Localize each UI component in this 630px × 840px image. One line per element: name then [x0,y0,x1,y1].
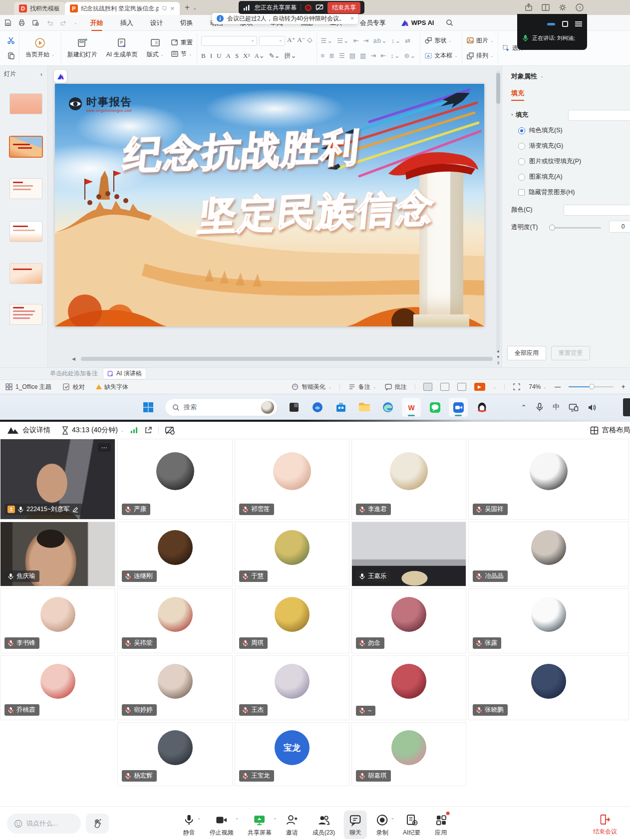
menu-tab[interactable]: 会员专享 [360,18,386,27]
restore-window-icon[interactable] [562,21,568,27]
tab-close-icon[interactable]: ✕ [170,5,175,12]
tencent-meeting-app-icon[interactable] [448,397,468,417]
new-tab-button[interactable]: + [185,2,190,12]
picture-button[interactable]: 图片⌄ [466,36,494,45]
format-button[interactable]: X² [243,52,250,60]
network-quality-icon[interactable] [130,427,138,434]
fit-slide-icon[interactable] [513,383,521,391]
participant-tile[interactable]: 杨宏辉 [117,722,233,786]
shape-button[interactable]: 形状⌄ [424,36,458,45]
rename-pencil-icon[interactable] [72,507,78,513]
participant-tile[interactable]: 张露 [468,588,629,653]
slide-thumbnail[interactable] [10,304,42,324]
record-toolbar-button[interactable]: ⌃录制 [371,811,394,839]
menu-tab[interactable]: 开始 [90,18,103,27]
play-from-current-button[interactable]: 当页开始⌄ [23,37,57,59]
participant-tile[interactable]: 李书锋 [0,588,115,653]
tile-more-button[interactable]: ⋯ [98,443,111,452]
participant-tile[interactable]: 王杰 [235,655,349,720]
textbox-button[interactable]: A文本框⌄ [424,51,458,60]
reading-view-button[interactable] [457,383,466,391]
gear-icon[interactable] [558,3,567,12]
end-meeting-button[interactable]: 结束会议 [593,814,617,836]
qq-app-icon[interactable] [472,397,492,417]
start-button[interactable] [138,397,158,417]
format-extra-icon[interactable]: A⌄ [254,52,264,60]
slide-nav-buttons[interactable]: ▲▼⇕ [496,349,501,365]
taskview-app-icon[interactable] [284,397,304,417]
menu-tab[interactable]: 设计 [150,18,163,27]
decrease-font-icon[interactable]: A⁻ [297,36,305,46]
smart-beautify-button[interactable]: 智能美化⌄ [291,383,331,391]
panel-title-row[interactable]: 对象属性⌄ [511,72,630,81]
wps-app-icon[interactable]: W [401,397,421,417]
fill-option-radio[interactable]: 渐变填充(G) [518,142,630,150]
zoom-level[interactable]: 74%⌄ [529,383,547,390]
layout-switch-button[interactable]: 宫格布局 [590,426,630,435]
notes-toggle-button[interactable]: 备注⌄ [348,383,376,391]
list-indent-icons[interactable]: ☰⌄☱⌄⇤⇥ab⌄↕⌄⇄ [321,37,416,44]
chevron-up-icon[interactable]: ⌃ [235,818,239,823]
layout-icon[interactable] [541,3,550,12]
undo-icon[interactable] [46,19,53,26]
transparency-slider[interactable] [550,227,601,229]
apps-toolbar-button[interactable]: 应用 [429,811,452,839]
edge-app-icon[interactable] [378,397,398,417]
quick-chat-input[interactable]: 说点什么... [7,814,81,834]
participant-tile[interactable]: 乔桃霞 [0,655,115,720]
font-size-select[interactable] [259,36,285,46]
wps-ai-float-button[interactable] [54,70,67,83]
layout-button[interactable]: 版式⌄ [144,37,166,59]
minimize-icon[interactable] [547,23,555,25]
scroll-left-icon[interactable]: ◀ [72,356,75,361]
chat-toolbar-button[interactable]: 聊天 [344,811,367,839]
format-button[interactable]: I [210,52,212,60]
members-toolbar-button[interactable]: 成员(23) [308,811,340,839]
format-button[interactable]: A [226,52,230,60]
file-explorer-app-icon[interactable] [354,397,374,417]
slide-thumbnail[interactable] [10,94,42,114]
participant-tile[interactable]: ~ [351,655,466,720]
apply-all-button[interactable]: 全部应用 [507,346,546,360]
wechat-app-icon[interactable] [425,397,445,417]
menu-tab[interactable]: 插入 [120,18,133,27]
volume-icon[interactable] [588,403,597,412]
share-icon[interactable] [524,3,533,12]
theme-status[interactable]: 1_Office 主题 [5,383,51,391]
ai-script-button[interactable]: AI 演讲稿 [103,368,146,379]
taskbar-search[interactable]: 搜索 [165,398,278,416]
ime-indicator[interactable]: 中 [553,403,560,412]
slide-canvas[interactable]: 时事报告 www.xingshizhengce.com 纪念抗战胜利 坚定民族信… [55,84,484,326]
participant-list-icon[interactable] [575,21,582,26]
transparency-value[interactable]: 0 [609,221,630,233]
print-preview-icon[interactable] [32,19,39,26]
format-extra-icon[interactable]: ✎⌄ [269,52,280,60]
notes-placeholder[interactable]: 单击此处添加备注 [50,369,98,378]
paste-icon[interactable] [7,52,15,60]
tab-comment-icon[interactable]: 🗨 [162,5,167,11]
invite-toolbar-button[interactable]: 邀请 [281,811,304,839]
format-button[interactable]: S [235,52,239,60]
participant-tile[interactable]: 冶晶晶 [468,522,629,586]
color-dropdown[interactable] [564,205,630,216]
new-slide-button[interactable]: 新建幻灯片 [65,37,99,59]
share-toolbar-button[interactable]: ⌃共享屏幕 [243,811,277,839]
format-button[interactable]: U [217,52,221,60]
meeting-timer[interactable]: 43:13 (40分钟) ⌄ [61,426,124,435]
stop-share-icon[interactable] [165,426,175,435]
camera-toolbar-button[interactable]: ⌃停止视频 [205,811,239,839]
reset-button[interactable]: 重置 [171,38,193,47]
proofing-status[interactable]: 校对 [62,383,85,391]
participant-tile[interactable]: 连继刚 [117,522,233,586]
search-highlight-image[interactable] [261,401,274,414]
menu-tab[interactable]: 切换 [180,18,193,27]
search-icon[interactable] [446,19,453,26]
participant-tile[interactable]: 吴祎堂 [117,588,233,653]
participant-tile[interactable]: 张晓鹏 [468,655,629,720]
tray-chevron-up-icon[interactable]: ⌃ [521,403,527,411]
participant-tile[interactable]: 严康 [117,439,233,520]
normal-view-button[interactable] [423,383,432,391]
slideshow-button[interactable]: ▶ [474,383,485,391]
fill-section-header[interactable]: ▾填充 [511,111,630,119]
participant-tile[interactable]: 祁雪莲 [235,439,349,520]
